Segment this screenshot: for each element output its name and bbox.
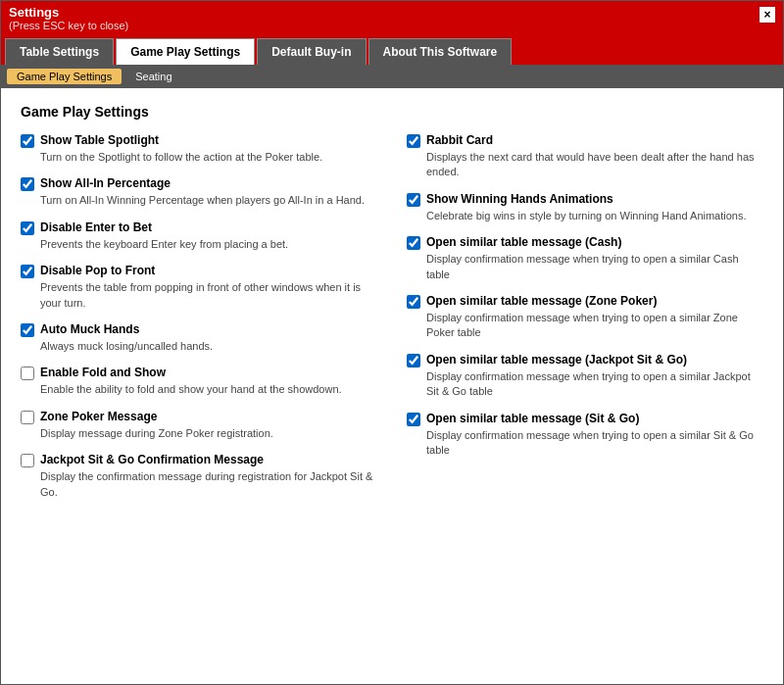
label-zone-poker-message: Zone Poker Message	[40, 410, 157, 423]
subtabs: Game Play Settings Seating	[1, 65, 783, 88]
desc-show-all-in-percentage: Turn on All-In Winning Percentage when p…	[40, 193, 377, 208]
setting-disable-pop-to-front: Disable Pop to Front Prevents the table …	[21, 264, 377, 311]
checkbox-disable-pop-to-front[interactable]	[21, 265, 34, 278]
setting-zone-poker-message: Zone Poker Message Display message durin…	[21, 410, 377, 441]
setting-disable-enter-to-bet: Disable Enter to Bet Prevents the keyboa…	[21, 220, 377, 252]
desc-open-similar-sit-go: Display confirmation message when trying…	[426, 428, 763, 459]
label-open-similar-cash: Open similar table message (Cash)	[426, 235, 621, 249]
desc-show-table-spotlight: Turn on the Spotlight to follow the acti…	[40, 150, 377, 165]
checkbox-disable-enter-to-bet[interactable]	[21, 221, 34, 235]
setting-show-winning-hands-animations: Show Winning Hands Animations Celebrate …	[407, 192, 763, 223]
label-rabbit-card: Rabbit Card	[426, 133, 493, 147]
settings-grid: Show Table Spotlight Turn on the Spotlig…	[21, 133, 763, 512]
content-area: Game Play Settings Show Table Spotlight …	[1, 88, 783, 684]
tab-about-this-software[interactable]: About This Software	[368, 38, 513, 65]
desc-disable-enter-to-bet: Prevents the keyboard Enter key from pla…	[40, 237, 377, 252]
setting-jackpot-sit-go-confirmation: Jackpot Sit & Go Confirmation Message Di…	[21, 453, 377, 500]
checkbox-show-winning-hands-animations[interactable]	[407, 193, 420, 207]
window-subtitle: (Press ESC key to close)	[9, 20, 128, 31]
page-title: Game Play Settings	[21, 104, 763, 120]
desc-enable-fold-and-show: Enable the ability to fold and show your…	[40, 382, 377, 397]
checkbox-open-similar-jackpot[interactable]	[407, 354, 420, 367]
settings-window: Settings (Press ESC key to close) × Tabl…	[0, 0, 784, 685]
setting-rabbit-card: Rabbit Card Displays the next card that …	[407, 133, 763, 180]
checkbox-enable-fold-and-show[interactable]	[21, 367, 34, 380]
checkbox-rabbit-card[interactable]	[407, 134, 420, 148]
label-show-winning-hands-animations: Show Winning Hands Animations	[426, 192, 613, 206]
setting-open-similar-zone: Open similar table message (Zone Poker) …	[407, 294, 763, 341]
desc-show-winning-hands-animations: Celebrate big wins in style by turning o…	[426, 209, 763, 223]
label-open-similar-zone: Open similar table message (Zone Poker)	[426, 294, 657, 308]
setting-open-similar-cash: Open similar table message (Cash) Displa…	[407, 235, 763, 282]
desc-open-similar-jackpot: Display confirmation message when trying…	[426, 369, 763, 400]
close-button[interactable]: ×	[760, 7, 775, 23]
right-column: Rabbit Card Displays the next card that …	[407, 133, 763, 512]
checkbox-zone-poker-message[interactable]	[21, 411, 34, 424]
setting-show-table-spotlight: Show Table Spotlight Turn on the Spotlig…	[21, 133, 377, 165]
desc-open-similar-zone: Display confirmation message when trying…	[426, 311, 763, 341]
label-open-similar-jackpot: Open similar table message (Jackpot Sit …	[426, 353, 687, 367]
subtab-seating[interactable]: Seating	[125, 69, 181, 84]
label-enable-fold-and-show: Enable Fold and Show	[40, 366, 166, 379]
setting-show-all-in-percentage: Show All-In Percentage Turn on All-In Wi…	[21, 176, 377, 208]
label-disable-pop-to-front: Disable Pop to Front	[40, 264, 155, 277]
checkbox-open-similar-cash[interactable]	[407, 236, 420, 250]
label-disable-enter-to-bet: Disable Enter to Bet	[40, 220, 152, 234]
label-auto-muck-hands: Auto Muck Hands	[40, 322, 139, 336]
label-show-table-spotlight: Show Table Spotlight	[40, 133, 159, 147]
checkbox-show-all-in-percentage[interactable]	[21, 177, 34, 191]
setting-open-similar-jackpot: Open similar table message (Jackpot Sit …	[407, 353, 763, 400]
setting-auto-muck-hands: Auto Muck Hands Always muck losing/uncal…	[21, 322, 377, 354]
checkbox-jackpot-sit-go-confirmation[interactable]	[21, 454, 34, 467]
main-tabs: Table Settings Game Play Settings Defaul…	[1, 38, 783, 65]
title-bar: Settings (Press ESC key to close) ×	[1, 1, 783, 38]
label-open-similar-sit-go: Open similar table message (Sit & Go)	[426, 412, 639, 425]
checkbox-open-similar-zone[interactable]	[407, 295, 420, 309]
desc-disable-pop-to-front: Prevents the table from popping in front…	[40, 280, 377, 311]
title-bar-left: Settings (Press ESC key to close)	[9, 5, 128, 31]
tab-default-buy-in[interactable]: Default Buy-in	[257, 38, 366, 65]
left-column: Show Table Spotlight Turn on the Spotlig…	[21, 133, 377, 512]
checkbox-show-table-spotlight[interactable]	[21, 134, 34, 148]
tab-table-settings[interactable]: Table Settings	[5, 38, 114, 65]
window-title: Settings	[9, 5, 128, 20]
desc-auto-muck-hands: Always muck losing/uncalled hands.	[40, 339, 377, 354]
label-jackpot-sit-go-confirmation: Jackpot Sit & Go Confirmation Message	[40, 453, 264, 466]
desc-rabbit-card: Displays the next card that would have b…	[426, 150, 763, 180]
desc-jackpot-sit-go-confirmation: Display the confirmation message during …	[40, 469, 377, 500]
setting-enable-fold-and-show: Enable Fold and Show Enable the ability …	[21, 366, 377, 397]
tab-game-play-settings[interactable]: Game Play Settings	[116, 38, 255, 65]
label-show-all-in-percentage: Show All-In Percentage	[40, 176, 171, 190]
desc-open-similar-cash: Display confirmation message when trying…	[426, 252, 763, 282]
checkbox-open-similar-sit-go[interactable]	[407, 413, 420, 426]
subtab-game-play-settings[interactable]: Game Play Settings	[7, 69, 122, 84]
desc-zone-poker-message: Display message during Zone Poker regist…	[40, 426, 377, 441]
setting-open-similar-sit-go: Open similar table message (Sit & Go) Di…	[407, 412, 763, 459]
checkbox-auto-muck-hands[interactable]	[21, 323, 34, 337]
